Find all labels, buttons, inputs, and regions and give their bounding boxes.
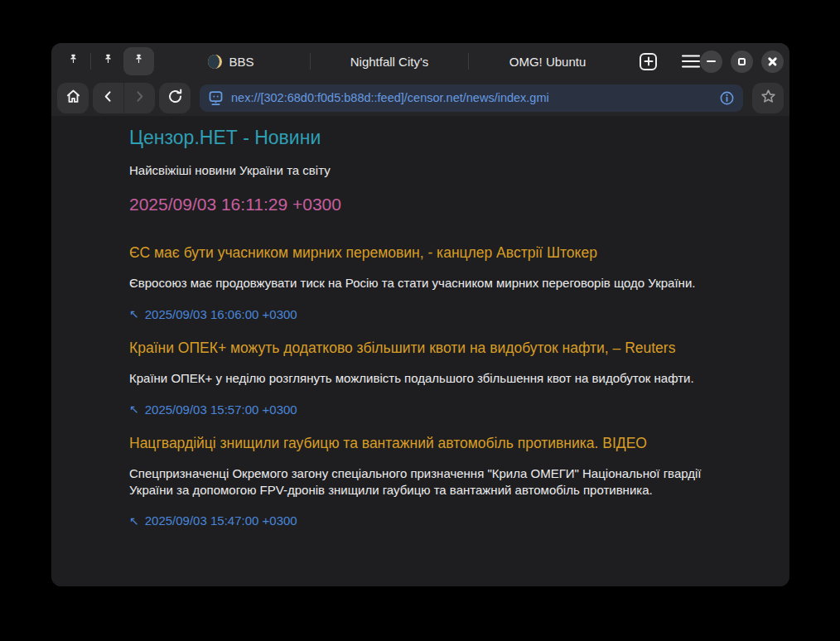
pinned-tab-1[interactable] — [58, 47, 89, 75]
home-button[interactable] — [57, 83, 89, 113]
back-button[interactable] — [93, 83, 123, 113]
forward-button[interactable] — [124, 83, 155, 113]
tab-bar: BBS Nightfall City's OMG! Ubuntu — [51, 43, 789, 80]
navigation-bar: nex://[302:68d0:f0d5:b88d::feed]/censor.… — [51, 80, 789, 116]
page-content: Цензор.НЕТ - Новини Найсвіжіші новини Ук… — [51, 116, 789, 586]
new-tab-icon[interactable] — [640, 53, 657, 70]
article-summary: Євросоюз має продовжувати тиск на Росію … — [129, 275, 702, 291]
pushpin-icon — [132, 53, 146, 70]
feed-updated-timestamp: 2025/09/03 16:11:29 +0300 — [129, 195, 710, 214]
page-tagline: Найсвіжіші новини України та світу — [129, 163, 710, 177]
tab-label: OMG! Ubuntu — [509, 55, 587, 69]
pinned-tab-2[interactable] — [93, 47, 123, 75]
close-icon — [767, 56, 778, 67]
hamburger-menu-icon[interactable] — [682, 54, 700, 69]
history-nav-group — [93, 83, 155, 113]
back-icon — [100, 89, 116, 108]
crescent-moon-icon — [208, 55, 222, 69]
forward-icon — [132, 89, 147, 108]
news-article: Країни ОПЕК+ можуть додатково збільшити … — [129, 340, 710, 417]
article-title: Країни ОПЕК+ можуть додатково збільшити … — [129, 340, 710, 357]
article-summary: Спецпризначенці Окремого загону спеціаль… — [129, 465, 702, 497]
tab-omg-ubuntu[interactable]: OMG! Ubuntu — [471, 43, 625, 80]
close-button[interactable] — [761, 51, 784, 73]
browser-window: BBS Nightfall City's OMG! Ubuntu — [51, 43, 789, 586]
article-timestamp-link[interactable]: ↖ 2025/09/03 15:57:00 +0300 — [129, 402, 297, 417]
article-summary: Країни ОПЕК+ у неділю розглянуть можливі… — [129, 370, 702, 386]
tab-label: BBS — [229, 55, 253, 69]
tab-divider — [310, 53, 311, 70]
url-bar[interactable]: nex://[302:68d0:f0d5:b88d::feed]/censor.… — [200, 84, 743, 112]
tab-divider — [90, 53, 91, 70]
page-title: Цензор.НЕТ - Новини — [129, 127, 710, 149]
tab-bbs[interactable]: BBS — [154, 43, 308, 80]
tab-label: Nightfall City's — [350, 55, 429, 69]
link-label: 2025/09/03 15:47:00 +0300 — [145, 513, 297, 528]
url-text[interactable]: nex://[302:68d0:f0d5:b88d::feed]/censor.… — [231, 91, 712, 104]
link-label: 2025/09/03 15:57:00 +0300 — [145, 402, 297, 417]
link-arrow-icon: ↖ — [129, 402, 139, 416]
news-article: ЄС має бути учасником мирних перемовин, … — [129, 244, 710, 321]
reload-icon — [167, 88, 184, 108]
pushpin-icon — [101, 53, 115, 70]
tab-divider — [468, 53, 469, 70]
tab-nightfall-citys[interactable]: Nightfall City's — [312, 43, 466, 80]
home-icon — [65, 88, 82, 108]
article-timestamp-link[interactable]: ↖ 2025/09/03 15:47:00 +0300 — [129, 513, 297, 528]
minimize-button[interactable] — [700, 51, 722, 73]
maximize-icon — [738, 58, 746, 65]
reload-button[interactable] — [159, 83, 191, 113]
link-label: 2025/09/03 16:06:00 +0300 — [145, 307, 297, 321]
article-timestamp-link[interactable]: ↖ 2025/09/03 16:06:00 +0300 — [129, 307, 297, 321]
star-icon — [760, 88, 777, 108]
maximize-button[interactable] — [731, 51, 753, 73]
bookmark-button[interactable] — [752, 83, 784, 113]
minimize-icon — [707, 60, 716, 63]
link-arrow-icon: ↖ — [129, 514, 139, 528]
nex-terminal-icon — [207, 89, 224, 107]
article-title: ЄС має бути учасником мирних перемовин, … — [129, 244, 710, 262]
article-title: Нацгвардійці знищили гаубицю та вантажни… — [129, 435, 710, 452]
pinned-tab-3-active[interactable] — [123, 47, 154, 75]
news-article: Нацгвардійці знищили гаубицю та вантажни… — [129, 435, 710, 528]
link-arrow-icon: ↖ — [129, 307, 139, 320]
info-icon[interactable] — [719, 90, 735, 106]
pushpin-icon — [66, 53, 80, 70]
